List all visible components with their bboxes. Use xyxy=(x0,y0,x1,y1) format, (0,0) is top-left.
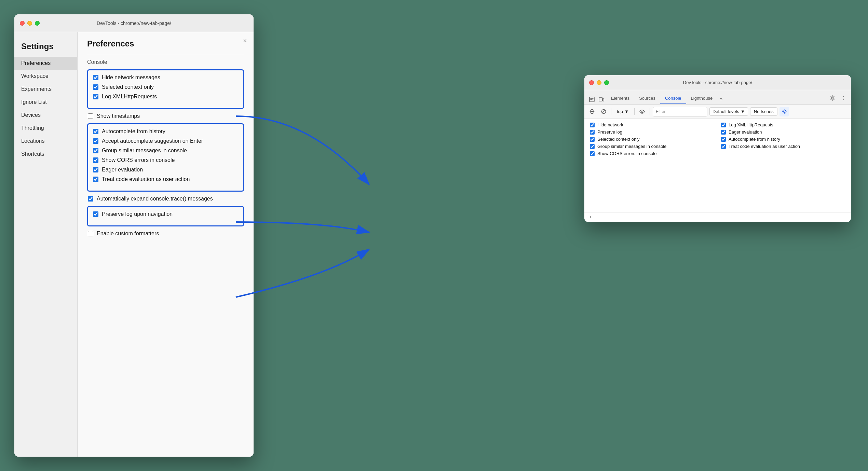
checkbox-treat-code[interactable]: Treat code evaluation as user action xyxy=(93,176,238,182)
checkbox-group-2: Autocomplete from history Accept autocom… xyxy=(93,128,238,182)
checkbox-preserve-log[interactable]: Preserve log upon navigation xyxy=(93,211,238,217)
console-treat-code-input[interactable] xyxy=(721,144,726,149)
svg-point-3 xyxy=(832,97,833,99)
console-treat-code[interactable]: Treat code evaluation as user action xyxy=(721,144,845,149)
tabs-overflow-button[interactable]: » xyxy=(717,94,725,104)
console-log-xml-input[interactable] xyxy=(721,123,726,127)
sidebar-item-preferences[interactable]: Preferences xyxy=(14,57,77,70)
preferences-title: Preferences xyxy=(87,39,244,49)
tab-elements[interactable]: Elements xyxy=(606,93,634,104)
checkbox-selected-context[interactable]: Selected context only xyxy=(93,84,238,90)
console-hide-network-input[interactable] xyxy=(590,123,595,127)
elements-panel-icon[interactable] xyxy=(587,95,597,104)
checkbox-expand-trace[interactable]: Automatically expand console.trace() mes… xyxy=(88,196,243,202)
console-group-similar[interactable]: Group similar messages in console xyxy=(590,144,714,149)
svg-point-7 xyxy=(783,111,785,112)
console-settings-icon[interactable] xyxy=(779,107,789,116)
console-group-similar-input[interactable] xyxy=(590,144,595,149)
sidebar-item-ignore-list[interactable]: Ignore List xyxy=(14,96,77,109)
tab-lighthouse[interactable]: Lighthouse xyxy=(686,93,718,104)
checkbox-group-box2: Autocomplete from history Accept autocom… xyxy=(87,123,244,192)
console-hide-network[interactable]: Hide network xyxy=(590,122,714,127)
settings-sidebar: Settings Preferences Workspace Experimen… xyxy=(14,32,78,457)
sidebar-item-throttling[interactable]: Throttling xyxy=(14,122,77,135)
checkbox-treat-code-input[interactable] xyxy=(93,177,98,182)
checkbox-group-3: Preserve log upon navigation xyxy=(93,211,238,217)
console-eager-eval-input[interactable] xyxy=(721,130,726,135)
checkbox-group-similar-input[interactable] xyxy=(93,148,98,153)
standalone-expand-trace: Automatically expand console.trace() mes… xyxy=(87,196,244,202)
settings-body: Settings Preferences Workspace Experimen… xyxy=(14,32,254,457)
checkbox-group-similar[interactable]: Group similar messages in console xyxy=(93,148,238,154)
sidebar-item-devices[interactable]: Devices xyxy=(14,109,77,122)
checkbox-hide-network-input[interactable] xyxy=(93,75,98,80)
top-context-dropdown[interactable]: top ▼ xyxy=(614,108,632,115)
checkbox-eager-eval[interactable]: Eager evaluation xyxy=(93,167,238,173)
checkbox-selected-context-input[interactable] xyxy=(93,84,98,90)
levels-arrow-icon: ▼ xyxy=(741,109,745,114)
sidebar-item-locations[interactable]: Locations xyxy=(14,135,77,148)
settings-window-title: DevTools - chrome://new-tab-page/ xyxy=(97,20,171,26)
block-icon[interactable] xyxy=(599,107,608,116)
devtools-max-light[interactable] xyxy=(604,80,609,85)
checkbox-accept-autocomplete[interactable]: Accept autocomplete suggestion on Enter xyxy=(93,138,238,144)
maximize-traffic-light[interactable] xyxy=(35,21,40,26)
console-preserve-log-input[interactable] xyxy=(590,130,595,135)
console-log-xml[interactable]: Log XMLHttpRequests xyxy=(721,122,845,127)
checkbox-group-1: Hide network messages Selected context o… xyxy=(93,74,238,100)
checkbox-cors-errors[interactable]: Show CORS errors in console xyxy=(93,157,238,163)
svg-rect-1 xyxy=(599,98,602,101)
checkbox-eager-eval-input[interactable] xyxy=(93,167,98,172)
tab-sources[interactable]: Sources xyxy=(634,93,660,104)
console-bottom: › xyxy=(584,212,851,222)
svg-point-6 xyxy=(641,111,643,112)
settings-icon[interactable] xyxy=(828,93,837,103)
console-filter-input[interactable] xyxy=(653,107,707,116)
console-eager-eval[interactable]: Eager evaluation xyxy=(721,129,845,135)
settings-close-button[interactable]: × xyxy=(243,38,247,44)
no-issues-button[interactable]: No Issues xyxy=(750,107,777,116)
console-preserve-log[interactable]: Preserve log xyxy=(590,129,714,135)
checkbox-custom-formatters-input[interactable] xyxy=(88,231,93,236)
checkbox-log-xml[interactable]: Log XMLHttpRequests xyxy=(93,94,238,100)
checkbox-autocomplete-history-input[interactable] xyxy=(93,129,98,134)
checkbox-show-timestamps-input[interactable] xyxy=(88,113,93,119)
section-divider xyxy=(87,54,244,54)
toolbar-separator-1 xyxy=(611,108,611,115)
console-selected-context[interactable]: Selected context only xyxy=(590,137,714,142)
checkbox-hide-network[interactable]: Hide network messages xyxy=(93,74,238,81)
settings-content: × Preferences Console Hide network messa… xyxy=(78,32,254,457)
checkbox-expand-trace-input[interactable] xyxy=(88,196,93,202)
console-cors-errors[interactable]: Show CORS errors in console xyxy=(590,151,714,156)
eye-icon[interactable] xyxy=(637,107,647,116)
checkbox-custom-formatters[interactable]: Enable custom formatters xyxy=(88,231,243,237)
console-autocomplete-history-input[interactable] xyxy=(721,137,726,142)
devtools-min-light[interactable] xyxy=(597,80,601,85)
settings-window: DevTools - chrome://new-tab-page/ Settin… xyxy=(14,14,254,457)
sidebar-item-workspace[interactable]: Workspace xyxy=(14,70,77,83)
console-autocomplete-history[interactable]: Autocomplete from history xyxy=(721,137,845,142)
checkbox-log-xml-input[interactable] xyxy=(93,94,98,99)
more-options-icon[interactable]: ⋮ xyxy=(839,93,848,103)
checkbox-preserve-log-input[interactable] xyxy=(93,211,98,217)
checkbox-accept-autocomplete-input[interactable] xyxy=(93,138,98,144)
close-traffic-light[interactable] xyxy=(20,21,25,26)
devtools-close-light[interactable] xyxy=(589,80,594,85)
sidebar-item-shortcuts[interactable]: Shortcuts xyxy=(14,148,77,161)
checkbox-cors-errors-input[interactable] xyxy=(93,157,98,163)
console-selected-context-input[interactable] xyxy=(590,137,595,142)
settings-titlebar: DevTools - chrome://new-tab-page/ xyxy=(14,14,254,32)
checkbox-autocomplete-history[interactable]: Autocomplete from history xyxy=(93,128,238,135)
clear-console-icon[interactable] xyxy=(587,107,597,116)
device-toolbar-icon[interactable] xyxy=(597,95,606,104)
devtools-titlebar: DevTools - chrome://new-tab-page/ xyxy=(584,75,851,90)
console-cors-errors-input[interactable] xyxy=(590,151,595,156)
standalone-custom-formatters: Enable custom formatters xyxy=(87,231,244,237)
default-levels-dropdown[interactable]: Default levels ▼ xyxy=(709,107,748,116)
checkbox-show-timestamps[interactable]: Show timestamps xyxy=(88,113,243,119)
checkbox-group-box3: Preserve log upon navigation xyxy=(87,206,244,226)
console-prompt-icon[interactable]: › xyxy=(590,214,591,219)
sidebar-item-experiments[interactable]: Experiments xyxy=(14,83,77,96)
tab-console[interactable]: Console xyxy=(660,93,686,104)
minimize-traffic-light[interactable] xyxy=(27,21,32,26)
